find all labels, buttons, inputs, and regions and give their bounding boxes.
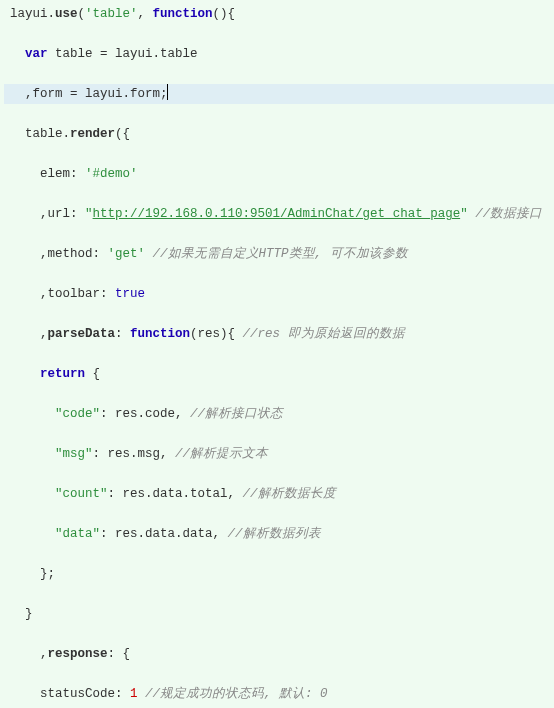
code-block: layui.use('table', function(){ var table… <box>4 4 554 708</box>
text-cursor <box>167 84 169 100</box>
